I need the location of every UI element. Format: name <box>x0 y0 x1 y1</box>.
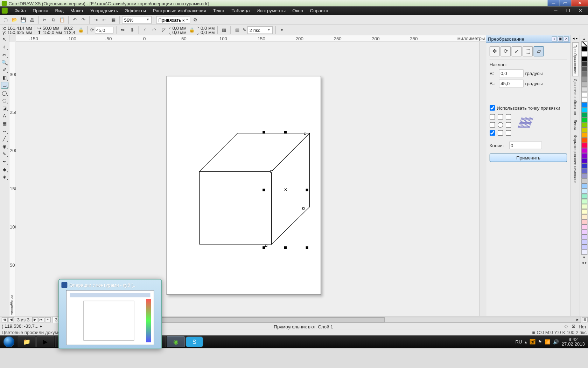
color-swatch[interactable] <box>581 113 587 118</box>
lock-ratio-icon[interactable]: 🔒 <box>77 26 85 34</box>
palette-up-icon[interactable]: ▴ <box>580 36 588 41</box>
handle[interactable] <box>284 246 287 249</box>
color-swatch[interactable] <box>581 133 587 138</box>
fill-tool[interactable]: ◆ <box>1 166 8 172</box>
task-media[interactable]: ▶ <box>36 336 54 347</box>
color-swatch[interactable] <box>581 224 587 230</box>
minimize-button[interactable]: ─ <box>548 0 560 6</box>
color-swatch[interactable] <box>581 87 587 92</box>
handle[interactable] <box>306 189 308 191</box>
anchor-checkbox[interactable]: Использовать точку привязки <box>490 105 567 111</box>
mdi-restore[interactable]: ❐ <box>562 8 573 13</box>
color-swatch[interactable] <box>581 168 587 173</box>
menu-edit[interactable]: Правка <box>29 8 52 13</box>
palette-flyout-icon[interactable]: ◂ ▸ <box>580 260 588 265</box>
close-button[interactable]: ✕ <box>571 0 588 6</box>
outline-tool[interactable]: ✒ <box>1 158 8 165</box>
tray-volume-icon[interactable]: 🔊 <box>553 339 559 345</box>
transform-skew-icon[interactable]: ▱ <box>534 46 544 56</box>
corner-chamfer-icon[interactable]: ◸ <box>160 26 168 34</box>
color-swatch[interactable] <box>581 46 587 52</box>
menu-layout[interactable]: Макет <box>67 8 87 13</box>
color-swatch[interactable] <box>581 240 587 245</box>
open-icon[interactable]: 📂 <box>10 16 18 23</box>
docker-more-icon[interactable]: » <box>552 36 557 41</box>
connector-tool[interactable]: ╱ <box>1 135 8 142</box>
color-swatch[interactable] <box>581 250 587 255</box>
prop-h[interactable]: 150,0 мм <box>43 29 62 35</box>
new-icon[interactable]: ▢ <box>2 16 9 23</box>
handle[interactable] <box>262 246 265 249</box>
text-tool[interactable]: A <box>1 113 8 119</box>
docker-close-icon[interactable]: ✕ <box>564 36 569 41</box>
outline-swatch-icon[interactable]: ■ <box>532 330 535 335</box>
shape-tool[interactable]: ✧ <box>1 44 8 50</box>
dimension-tool[interactable]: ↔ <box>1 128 8 134</box>
apply-button[interactable]: Применить <box>490 154 567 162</box>
corner-scallop-icon[interactable]: ◠ <box>151 26 159 34</box>
wrap-text-icon[interactable]: ▤ <box>233 26 241 34</box>
menu-help[interactable]: Справка <box>307 8 332 13</box>
color-swatch[interactable] <box>581 194 587 199</box>
tray-lang[interactable]: RU <box>515 339 522 345</box>
node[interactable] <box>270 170 272 172</box>
color-swatch[interactable] <box>581 143 587 148</box>
app-menu-icon[interactable] <box>2 8 8 14</box>
anchor-grid[interactable] <box>490 114 511 136</box>
corner-lock-icon[interactable]: 🔒 <box>188 26 196 34</box>
color-swatch[interactable] <box>581 138 587 143</box>
color-swatch[interactable] <box>581 173 587 179</box>
color-swatch[interactable] <box>581 209 587 214</box>
color-swatch[interactable] <box>581 178 587 184</box>
tab-char-format[interactable]: Форматирование символов <box>572 133 579 186</box>
color-swatch[interactable] <box>581 214 587 219</box>
outline-width[interactable]: 2 пкс▼ <box>247 26 273 34</box>
color-swatch[interactable] <box>581 189 587 194</box>
mirror-v-icon[interactable]: ⥮ <box>128 26 136 34</box>
menu-table[interactable]: Таблица <box>228 8 253 13</box>
color-swatch[interactable] <box>581 148 587 153</box>
page-next-icon[interactable]: ▶ <box>32 317 38 322</box>
skew-h-input[interactable]: 0,0 <box>499 69 523 77</box>
corner-round-icon[interactable]: ◜ <box>141 26 149 34</box>
rectangle-tool[interactable]: ▭ <box>1 82 8 89</box>
color-swatch[interactable] <box>581 230 587 235</box>
menu-view[interactable]: Вид <box>52 8 67 13</box>
color-swatch[interactable] <box>581 117 587 123</box>
tab-object-manager[interactable]: Диспетчер объектов <box>572 77 579 117</box>
menu-window[interactable]: Окно <box>289 8 307 13</box>
publish-icon[interactable]: ▦ <box>110 16 117 23</box>
print-icon[interactable]: 🖶 <box>28 16 36 23</box>
color-swatch[interactable] <box>581 199 587 204</box>
mdi-minimize[interactable]: ─ <box>551 8 561 13</box>
freehand-tool[interactable]: ✐ <box>1 67 8 73</box>
mirror-h-icon[interactable]: ⇋ <box>119 26 127 34</box>
view-navigator-icon[interactable]: ⊞ <box>582 317 588 322</box>
prop-y[interactable]: 150,625 мм <box>7 29 32 35</box>
undo-icon[interactable]: ↶ <box>71 16 78 23</box>
to-curves-icon[interactable]: ✦ <box>278 26 286 34</box>
menu-effects[interactable]: Эффекты <box>121 8 149 13</box>
prop-angle[interactable]: 45,0 <box>95 27 113 33</box>
color-swatch[interactable] <box>581 153 587 158</box>
copies-input[interactable]: 0 <box>509 142 542 149</box>
color-swatch[interactable] <box>581 158 587 163</box>
cube-drawing[interactable] <box>192 125 323 248</box>
fill-indicator-icon[interactable]: ◇ <box>565 323 568 329</box>
tray-clock[interactable]: 9:4227.02.2013 <box>561 337 585 347</box>
options-icon[interactable]: ⚙ <box>191 16 199 23</box>
fill-none-icon[interactable]: ⊠ <box>572 323 575 329</box>
skew-v-input[interactable]: 45,0 <box>499 80 523 87</box>
redo-icon[interactable]: ↷ <box>79 16 87 23</box>
prop-r2[interactable]: 0,0 мм <box>172 29 187 35</box>
page-last-icon[interactable]: ⏭ <box>38 317 44 322</box>
vertical-scrollbar[interactable] <box>479 42 486 316</box>
zoom-combo[interactable]: 56%▼ <box>122 16 152 23</box>
maximize-button[interactable]: ▭ <box>559 0 571 6</box>
tray-up-icon[interactable]: ▴ <box>525 339 527 345</box>
eyedropper-tool[interactable]: ✎ <box>1 151 8 157</box>
color-swatch[interactable] <box>581 61 587 67</box>
color-swatch[interactable] <box>581 102 587 108</box>
node[interactable] <box>265 245 267 247</box>
save-icon[interactable]: 💾 <box>20 16 27 23</box>
